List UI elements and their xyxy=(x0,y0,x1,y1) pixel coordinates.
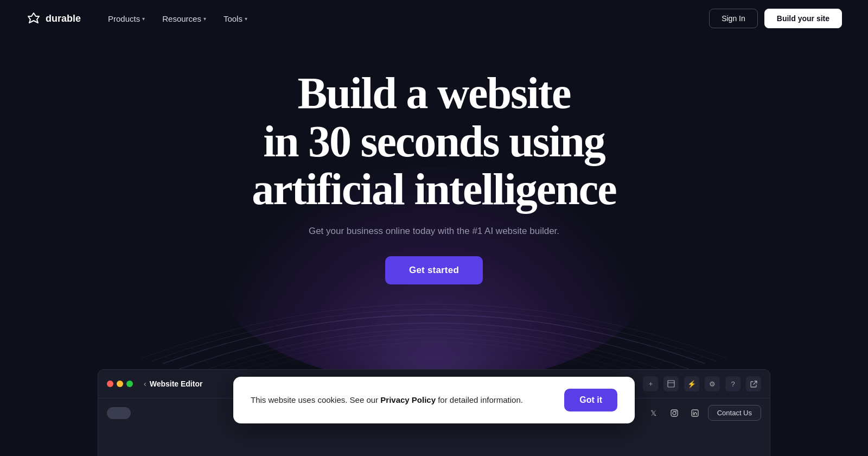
svg-rect-2 xyxy=(671,410,678,416)
chevron-left-icon: ‹ xyxy=(144,379,146,388)
chevron-down-icon: ▾ xyxy=(203,16,206,22)
svg-rect-5 xyxy=(692,410,698,416)
cookie-text: This website uses cookies. See our Priva… xyxy=(251,394,551,407)
privacy-policy-link[interactable]: Privacy Policy xyxy=(380,395,436,404)
lightning-icon[interactable]: ⚡ xyxy=(684,376,699,391)
chevron-down-icon: ▾ xyxy=(245,16,247,22)
hero-title: Build a website in 30 seconds using arti… xyxy=(252,69,616,214)
nav-link-products[interactable]: Products ▾ xyxy=(100,10,152,28)
social-row: 𝕏 Contact Us xyxy=(646,405,761,421)
build-site-button[interactable]: Build your site xyxy=(764,9,842,28)
twitter-icon[interactable]: 𝕏 xyxy=(646,406,661,421)
logo-icon xyxy=(26,11,41,26)
navbar: durable Products ▾ Resources ▾ Tools ▾ S… xyxy=(0,0,868,37)
hero-section: Build a website in 30 seconds using arti… xyxy=(0,37,868,284)
editor-toolbar: ＋ ⚡ ⚙ ? xyxy=(643,376,761,391)
nav-links: Products ▾ Resources ▾ Tools ▾ xyxy=(100,10,255,28)
add-icon[interactable]: ＋ xyxy=(643,376,658,391)
toggle-switch[interactable] xyxy=(107,407,131,419)
traffic-lights xyxy=(107,381,133,387)
contact-us-button[interactable]: Contact Us xyxy=(708,405,761,421)
settings-icon[interactable]: ⚙ xyxy=(705,376,720,391)
nav-right: Sign In Build your site xyxy=(709,9,842,28)
svg-point-4 xyxy=(675,410,676,411)
logo[interactable]: durable xyxy=(26,11,81,26)
got-it-button[interactable]: Got it xyxy=(564,389,617,411)
hero-subtitle: Get your business online today with the … xyxy=(309,226,559,237)
logo-text: durable xyxy=(46,13,81,24)
svg-point-7 xyxy=(693,411,693,411)
traffic-light-yellow xyxy=(117,381,123,387)
traffic-light-green xyxy=(126,381,133,387)
layout-icon[interactable] xyxy=(663,376,679,391)
linkedin-icon[interactable] xyxy=(687,406,703,421)
cookie-banner: This website uses cookies. See our Priva… xyxy=(233,377,635,423)
editor-back-button[interactable]: ‹ Website Editor xyxy=(139,379,202,388)
svg-point-3 xyxy=(673,411,676,415)
nav-left: durable Products ▾ Resources ▾ Tools ▾ xyxy=(26,10,255,28)
help-icon[interactable]: ? xyxy=(725,376,741,391)
external-link-icon[interactable] xyxy=(746,376,761,391)
chevron-down-icon: ▾ xyxy=(142,16,145,22)
nav-link-tools[interactable]: Tools ▾ xyxy=(216,10,255,28)
get-started-button[interactable]: Get started xyxy=(385,256,483,284)
traffic-light-red xyxy=(107,381,113,387)
nav-link-resources[interactable]: Resources ▾ xyxy=(155,10,214,28)
instagram-icon[interactable] xyxy=(667,406,682,421)
svg-rect-0 xyxy=(668,381,674,387)
signin-button[interactable]: Sign In xyxy=(709,9,758,28)
